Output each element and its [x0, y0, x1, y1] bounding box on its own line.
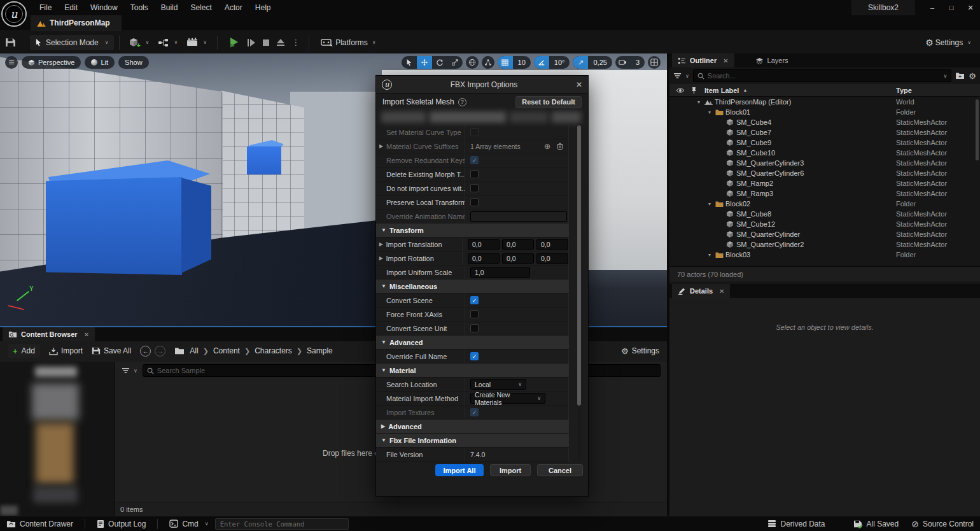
skip-button[interactable] [247, 38, 256, 47]
rotation-snap-icon[interactable] [534, 56, 549, 69]
camera-speed-icon[interactable] [615, 56, 631, 69]
outliner-row[interactable]: SM_Cube10StaticMeshActor [669, 148, 980, 158]
text-field[interactable] [470, 211, 567, 222]
camera-speed-value[interactable]: 3 [631, 59, 645, 66]
breadcrumb-content[interactable]: Content [213, 346, 240, 355]
chevron-right-icon[interactable]: ▶ [381, 423, 385, 429]
column-type[interactable]: Type [896, 87, 912, 94]
outliner-row[interactable]: SM_Cube4StaticMeshActor [669, 117, 980, 127]
checkbox[interactable] [470, 184, 479, 192]
checkbox[interactable]: ✓ [470, 352, 479, 360]
number-field[interactable]: 0,0 [502, 253, 534, 264]
menu-actor[interactable]: Actor [218, 0, 249, 15]
outliner-row[interactable]: ▾Block01Folder [669, 107, 980, 117]
outliner-row[interactable]: SM_QuarterCylinder3StaticMeshActor [669, 158, 980, 168]
dialog-section-material[interactable]: ▼Material [376, 364, 569, 378]
checkbox[interactable] [470, 198, 479, 206]
close-button[interactable]: ✕ [961, 0, 980, 15]
outliner-row[interactable]: SM_Ramp2StaticMeshActor [669, 178, 980, 188]
tab-content-browser[interactable]: Content Browser ✕ [3, 327, 95, 341]
outliner-row[interactable]: SM_Ramp3StaticMeshActor [669, 188, 980, 199]
outliner-row[interactable]: SM_Cube7StaticMeshActor [669, 127, 980, 138]
number-field[interactable]: 0,0 [502, 239, 534, 250]
move-tool-icon[interactable] [417, 56, 432, 69]
checkbox[interactable]: ✓ [470, 156, 479, 164]
expand-arrow-icon[interactable]: ▾ [697, 99, 704, 105]
select-tool-icon[interactable] [402, 56, 417, 69]
source-control-button[interactable]: ⊘ Source Control [905, 516, 980, 531]
chevron-down-icon[interactable]: ▼ [381, 227, 386, 233]
blueprints-dropdown[interactable]: ∨ [158, 38, 178, 47]
chevron-down-icon[interactable]: ▼ [381, 437, 386, 443]
cancel-button[interactable]: Cancel [537, 464, 583, 476]
pin-column-icon[interactable] [691, 87, 697, 94]
lit-dropdown[interactable]: Lit [85, 56, 115, 69]
content-drawer-button[interactable]: Content Drawer [0, 516, 80, 531]
outliner-search-chevron-icon[interactable]: ∨ [943, 73, 947, 79]
outliner-row[interactable]: ▾Block03Folder [669, 250, 980, 260]
toolbar-settings-dropdown[interactable]: ⚙ Settings ∨ [925, 38, 971, 48]
outliner-row[interactable]: SM_Cube8StaticMeshActor [669, 209, 980, 219]
dialog-section-transform[interactable]: ▼Transform [376, 223, 569, 237]
save-level-icon[interactable] [5, 37, 16, 48]
dialog-section-fbx-file-information[interactable]: ▼Fbx File Information [376, 434, 569, 448]
stop-button[interactable] [262, 39, 270, 46]
dialog-title-bar[interactable]: u FBX Import Options ✕ [376, 76, 588, 94]
dialog-section-advanced[interactable]: ▼Advanced [376, 336, 569, 350]
outliner-filter-icon[interactable]: ∨ [673, 73, 689, 79]
dropdown[interactable]: Local∨ [470, 379, 526, 390]
level-tab[interactable]: ThirdPersonMap [31, 15, 122, 31]
outliner-search-input[interactable] [708, 72, 938, 80]
add-actor-dropdown[interactable]: + ∨ [129, 37, 150, 48]
import-button[interactable]: Import [49, 346, 83, 355]
expand-arrow-icon[interactable]: ▾ [708, 110, 715, 115]
grid-snap-icon[interactable] [498, 56, 513, 69]
menu-build[interactable]: Build [155, 0, 185, 15]
checkbox[interactable]: ✓ [470, 296, 479, 304]
menu-edit[interactable]: Edit [58, 0, 84, 15]
create-folder-icon[interactable]: + [955, 72, 965, 80]
expand-arrow-icon[interactable]: ▾ [708, 252, 715, 258]
outliner-row[interactable]: SM_Cube9StaticMeshActor [669, 138, 980, 148]
checkbox[interactable]: ✓ [470, 408, 479, 416]
outliner-row[interactable]: SM_QuarterCylinder6StaticMeshActor [669, 168, 980, 178]
blue-cube-large[interactable] [46, 160, 213, 276]
minimize-button[interactable]: – [923, 0, 942, 15]
import-button[interactable]: Import [490, 464, 531, 476]
tab-content-browser-close-icon[interactable]: ✕ [84, 331, 89, 338]
breadcrumb-characters[interactable]: Characters [255, 346, 292, 355]
grid-snap-value[interactable]: 10 [513, 59, 531, 66]
import-all-button[interactable]: Import All [435, 464, 484, 476]
breadcrumb-all[interactable]: All [190, 346, 198, 355]
menu-file[interactable]: File [33, 0, 58, 15]
visibility-column-eye-icon[interactable] [676, 87, 685, 94]
play-button[interactable] [229, 37, 241, 48]
scale-tool-icon[interactable] [447, 56, 463, 69]
scale-snap-icon[interactable]: ↗ [573, 56, 588, 69]
world-space-icon[interactable] [466, 56, 479, 69]
menu-tools[interactable]: Tools [124, 0, 155, 15]
tab-outliner-close-icon[interactable]: ✕ [723, 57, 728, 64]
chevron-down-icon[interactable]: ▼ [381, 367, 386, 373]
platforms-dropdown[interactable]: Platforms ∨ [321, 38, 376, 47]
checkbox[interactable] [470, 170, 479, 178]
number-field[interactable]: 0,0 [468, 239, 500, 250]
blue-cube-small[interactable] [247, 140, 284, 174]
dialog-section-miscellaneous[interactable]: ▼Miscellaneous [376, 280, 569, 294]
content-browser-settings-button[interactable]: ⚙ Settings [621, 346, 659, 356]
dialog-section-advanced[interactable]: ▶Advanced [376, 420, 569, 434]
chevron-down-icon[interactable]: ▼ [381, 339, 386, 345]
content-filter-icon[interactable]: ∨ [122, 367, 137, 374]
tab-layers[interactable]: Layers [750, 53, 794, 67]
unreal-logo-icon[interactable]: u [1, 1, 27, 27]
number-field[interactable]: 1,0 [470, 267, 530, 278]
dialog-close-icon[interactable]: ✕ [576, 80, 582, 89]
number-field[interactable]: 0,0 [536, 253, 568, 264]
add-element-icon[interactable]: ⊕ [544, 142, 550, 151]
outliner-row[interactable]: SM_QuarterCylinderStaticMeshActor [669, 229, 980, 239]
viewport-layout-icon[interactable] [648, 56, 661, 69]
expand-arrow-icon[interactable]: ▾ [708, 201, 715, 207]
output-log-button[interactable]: Output Log [90, 516, 152, 531]
back-button[interactable]: ← [140, 346, 151, 357]
checkbox[interactable] [470, 324, 479, 332]
